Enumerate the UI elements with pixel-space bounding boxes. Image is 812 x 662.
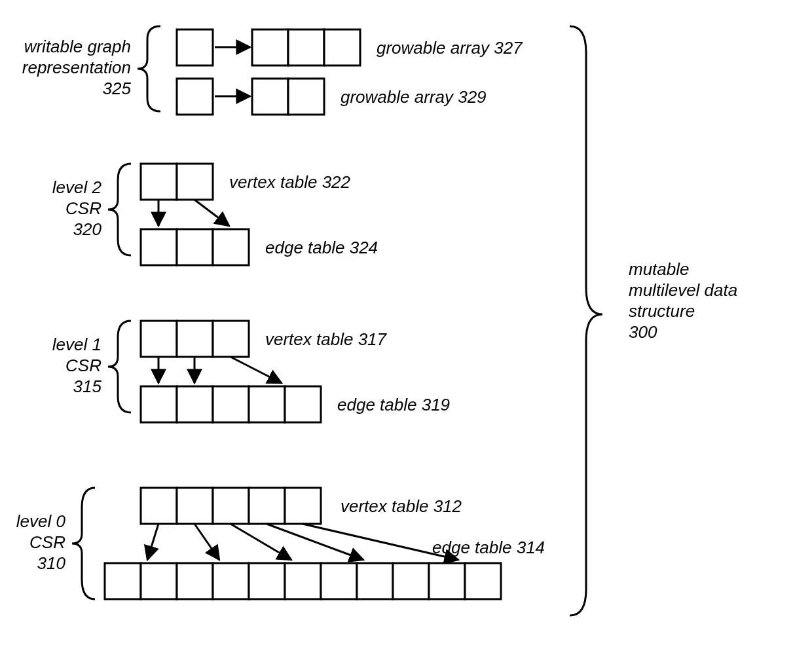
level2-label-1: CSR <box>65 198 101 218</box>
svg-rect-14 <box>177 229 213 265</box>
svg-rect-25 <box>249 386 285 422</box>
svg-rect-24 <box>213 386 249 422</box>
title-line-3: 300 <box>629 322 657 342</box>
growable-327-label: growable array 327 <box>377 38 523 58</box>
edge-319-label: edge table 319 <box>337 395 450 414</box>
svg-line-21 <box>231 357 282 383</box>
edge-314-label: edge table 314 <box>432 538 545 557</box>
vertex-table-317: vertex table 317 <box>141 321 388 357</box>
edge-324-label: edge table 324 <box>265 238 378 257</box>
title-line-0: mutable <box>629 259 690 279</box>
svg-rect-13 <box>141 229 177 265</box>
group-level0: level 0 CSR 310 vertex table 312 edge ta… <box>16 488 545 599</box>
group-level2: level 2 CSR 320 vertex table 322 edge ta… <box>52 164 378 265</box>
svg-rect-30 <box>249 488 285 524</box>
svg-rect-9 <box>141 164 177 200</box>
svg-rect-7 <box>252 79 288 115</box>
svg-rect-47 <box>465 563 501 599</box>
svg-rect-42 <box>285 563 321 599</box>
vertex-317-label: vertex table 317 <box>265 329 388 349</box>
svg-line-33 <box>194 524 219 560</box>
writable-label-0: writable graph <box>24 37 131 56</box>
group-writable: writable graph representation 325 growab… <box>22 26 523 115</box>
diagram: mutable multilevel data structure 300 wr… <box>0 0 812 662</box>
svg-rect-10 <box>177 164 213 200</box>
level1-label-0: level 1 <box>52 335 101 354</box>
svg-rect-3 <box>288 29 324 65</box>
svg-rect-15 <box>213 229 249 265</box>
svg-rect-26 <box>285 386 321 422</box>
svg-rect-37 <box>105 563 141 599</box>
level0-label-2: 310 <box>37 553 66 573</box>
svg-line-32 <box>147 524 158 560</box>
vertex-table-322: vertex table 322 <box>141 164 351 200</box>
svg-rect-27 <box>141 488 177 524</box>
svg-rect-38 <box>141 563 177 599</box>
svg-rect-16 <box>141 321 177 357</box>
group-level1: level 1 CSR 315 vertex table 317 edge ta… <box>52 321 450 422</box>
svg-rect-43 <box>321 563 357 599</box>
svg-rect-28 <box>177 488 213 524</box>
svg-rect-44 <box>357 563 393 599</box>
svg-rect-23 <box>177 386 213 422</box>
growable-329-label: growable array 329 <box>341 87 487 107</box>
svg-rect-8 <box>288 79 324 115</box>
svg-rect-22 <box>141 386 177 422</box>
svg-rect-31 <box>285 488 321 524</box>
growable-array-329: growable array 329 <box>177 79 487 115</box>
writable-label-2: 325 <box>103 79 132 98</box>
level0-label-0: level 0 <box>16 511 66 531</box>
svg-rect-0 <box>177 29 213 65</box>
title-line-1: multilevel data <box>629 280 737 300</box>
svg-rect-46 <box>429 563 465 599</box>
svg-rect-40 <box>213 563 249 599</box>
level1-label-1: CSR <box>65 356 101 375</box>
level0-label-1: CSR <box>29 532 65 552</box>
svg-rect-5 <box>177 79 213 115</box>
writable-label-1: representation <box>22 58 131 77</box>
svg-rect-17 <box>177 321 213 357</box>
vertex-table-312: vertex table 312 <box>141 488 462 524</box>
svg-rect-39 <box>177 563 213 599</box>
level2-label-0: level 2 <box>52 177 102 197</box>
svg-rect-2 <box>252 29 288 65</box>
svg-rect-41 <box>249 563 285 599</box>
outer-brace: mutable multilevel data structure 300 <box>570 26 737 616</box>
edge-table-324: edge table 324 <box>141 229 378 265</box>
growable-array-327: growable array 327 <box>177 29 523 65</box>
title-line-2: structure <box>629 301 695 321</box>
svg-rect-18 <box>213 321 249 357</box>
vertex-312-label: vertex table 312 <box>341 496 462 516</box>
svg-rect-4 <box>324 29 360 65</box>
edge-table-319: edge table 319 <box>141 386 450 422</box>
vertex-322-label: vertex table 322 <box>229 172 351 192</box>
svg-rect-29 <box>213 488 249 524</box>
level1-label-2: 315 <box>73 377 102 396</box>
level2-label-2: 320 <box>73 219 102 239</box>
svg-line-12 <box>194 200 229 226</box>
edge-table-314 <box>105 563 501 599</box>
svg-rect-45 <box>393 563 429 599</box>
